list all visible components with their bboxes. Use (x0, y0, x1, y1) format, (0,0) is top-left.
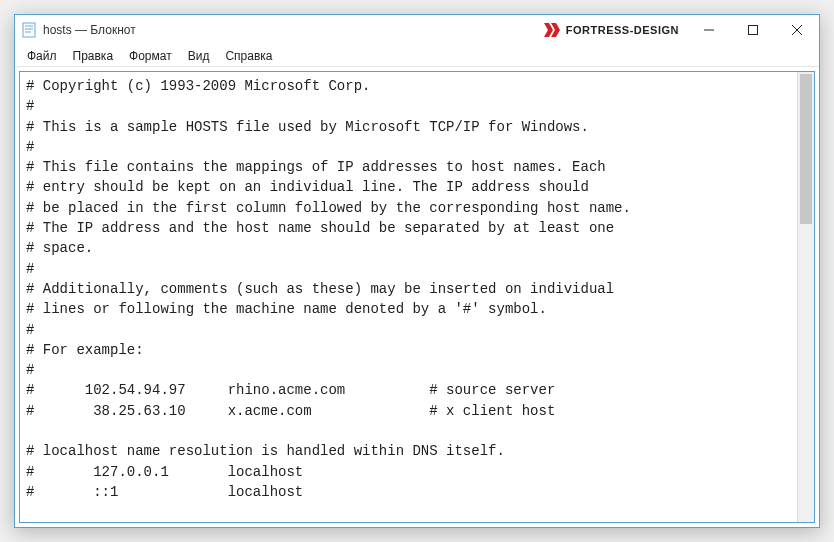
window-controls (687, 15, 819, 45)
text-line: # 102.54.94.97 rhino.acme.com # source s… (26, 382, 555, 398)
notepad-window: hosts — Блокнот FORTRESS-DESIGN Файл Пра… (14, 14, 820, 528)
text-line: # The IP address and the host name shoul… (26, 220, 614, 236)
brand-text: FORTRESS-DESIGN (566, 24, 679, 36)
svg-rect-5 (749, 26, 758, 35)
window-title: hosts — Блокнот (43, 23, 136, 37)
text-line: # localhost name resolution is handled w… (26, 443, 505, 459)
menu-file[interactable]: Файл (19, 47, 65, 65)
scrollbar-thumb[interactable] (800, 74, 812, 224)
text-line: # Copyright (c) 1993-2009 Microsoft Corp… (26, 78, 370, 94)
minimize-button[interactable] (687, 15, 731, 45)
titlebar[interactable]: hosts — Блокнот FORTRESS-DESIGN (15, 15, 819, 45)
menu-format[interactable]: Формат (121, 47, 180, 65)
text-line: # Additionally, comments (such as these)… (26, 281, 614, 297)
maximize-button[interactable] (731, 15, 775, 45)
text-line: # This is a sample HOSTS file used by Mi… (26, 119, 589, 135)
text-line: # This file contains the mappings of IP … (26, 159, 606, 175)
text-editor[interactable]: # Copyright (c) 1993-2009 Microsoft Corp… (20, 72, 797, 522)
text-line: # 127.0.0.1 localhost (26, 464, 303, 480)
menu-help[interactable]: Справка (217, 47, 280, 65)
editor-container: # Copyright (c) 1993-2009 Microsoft Corp… (19, 71, 815, 523)
text-line: # ::1 localhost (26, 484, 303, 500)
notepad-icon (21, 22, 37, 38)
text-line: # (26, 322, 34, 338)
text-line: # entry should be kept on an individual … (26, 179, 589, 195)
text-line: # space. (26, 240, 93, 256)
text-line: # lines or following the machine name de… (26, 301, 547, 317)
text-line: # 38.25.63.10 x.acme.com # x client host (26, 403, 555, 419)
text-line: # (26, 139, 34, 155)
menu-edit[interactable]: Правка (65, 47, 122, 65)
text-line: # (26, 261, 34, 277)
menubar: Файл Правка Формат Вид Справка (15, 45, 819, 67)
vertical-scrollbar[interactable] (797, 72, 814, 522)
close-button[interactable] (775, 15, 819, 45)
svg-rect-0 (23, 23, 35, 37)
menu-view[interactable]: Вид (180, 47, 218, 65)
text-line: # (26, 362, 34, 378)
text-line: # be placed in the first column followed… (26, 200, 631, 216)
brand-logo: FORTRESS-DESIGN (544, 23, 679, 37)
text-line: # (26, 98, 34, 114)
text-line: # For example: (26, 342, 144, 358)
